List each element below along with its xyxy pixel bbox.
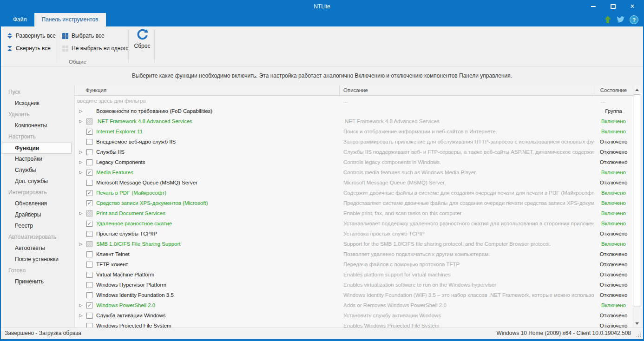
feature-checkbox[interactable]: [86, 251, 92, 257]
feature-row[interactable]: ▷ Windows PowerShell 2.0 Adds or Removes…: [75, 300, 633, 310]
collapse-all-button[interactable]: Свернуть все: [5, 43, 58, 54]
filter-row: ... ...: [75, 96, 633, 106]
feature-row[interactable]: ▷ .NET Framework 4.8 Advanced Services .…: [75, 116, 633, 126]
feature-row[interactable]: ▷ Средство записи XPS-документов (Micros…: [75, 198, 633, 208]
filter-state-cell[interactable]: ...: [594, 96, 633, 106]
maximize-button[interactable]: [603, 0, 623, 13]
column-header-function[interactable]: Функция: [75, 85, 340, 95]
reset-button[interactable]: Сброс: [132, 29, 152, 49]
feature-state: Отключено: [594, 290, 633, 300]
feature-checkbox[interactable]: [86, 272, 92, 278]
vertical-scrollbar[interactable]: [633, 85, 641, 328]
filter-input[interactable]: [75, 96, 340, 106]
feature-row[interactable]: ▷ Простые службы TCP/IP Установка просты…: [75, 229, 633, 239]
feature-checkbox[interactable]: [86, 129, 92, 135]
expand-arrow-icon[interactable]: ▷: [78, 242, 84, 246]
select-none-button[interactable]: Не выбрать ни одного: [60, 43, 131, 54]
column-header-description[interactable]: Описание: [340, 85, 594, 95]
feature-name: Удаленное разностное сжатие: [96, 221, 172, 226]
feature-checkbox[interactable]: [86, 241, 92, 247]
feature-row[interactable]: ▷ TFTP-клиент Передача файлов с помощью …: [75, 259, 633, 269]
feature-checkbox[interactable]: [86, 302, 92, 308]
feature-checkbox[interactable]: [86, 200, 92, 206]
update-icon[interactable]: [605, 16, 611, 24]
feature-row[interactable]: ▷ Службы IIS Службы IIS поддерживают веб…: [75, 147, 633, 157]
scroll-up-button[interactable]: [633, 86, 641, 94]
expand-arrow-icon[interactable]: ▷: [78, 303, 84, 308]
feature-checkbox[interactable]: [86, 170, 92, 176]
column-header-state[interactable]: Состояние: [594, 85, 633, 95]
sidebar-item[interactable]: После установки: [1, 254, 74, 265]
feature-row[interactable]: ▷ SMB 1.0/CIFS File Sharing Support Supp…: [75, 239, 633, 249]
sidebar-item[interactable]: Обновления: [1, 198, 74, 210]
feature-row[interactable]: ▷ Служба активации Windows Установить сл…: [75, 310, 633, 321]
resize-grip[interactable]: [636, 333, 641, 337]
feature-row[interactable]: ▷ Удаленное разностное сжатие Устанавлив…: [75, 218, 633, 229]
feature-checkbox[interactable]: [86, 118, 92, 125]
sidebar-item[interactable]: Службы: [1, 165, 74, 176]
feature-row[interactable]: ▷ Virtual Machine Platform Enables platf…: [75, 269, 633, 280]
feature-row[interactable]: ▷ Internet Explorer 11 Поиск и отображен…: [75, 126, 633, 137]
feature-checkbox[interactable]: [86, 323, 92, 328]
sidebar-nav: ПускИсходникУдалитьКомпонентыНастроитьФу…: [1, 85, 74, 328]
feature-row[interactable]: ▷ Внедряемое веб-ядро служб IIS Запрогра…: [75, 137, 633, 147]
feature-checkbox[interactable]: [86, 159, 92, 165]
feature-row[interactable]: ▷ Клиент Telnet Позволяет удаленно подкл…: [75, 249, 633, 259]
feature-name: Print and Document Services: [96, 210, 165, 216]
sidebar-item[interactable]: Исходник: [1, 98, 74, 109]
feature-checkbox[interactable]: [86, 313, 92, 319]
feature-checkbox[interactable]: [86, 282, 92, 288]
expand-arrow-icon[interactable]: ▷: [78, 170, 84, 175]
feature-checkbox[interactable]: [86, 190, 92, 196]
feature-checkbox[interactable]: [86, 210, 92, 216]
expand-arrow-icon[interactable]: ▷: [78, 211, 84, 216]
sidebar-item[interactable]: Реестр: [1, 221, 74, 232]
sidebar-item[interactable]: Настройки: [1, 154, 74, 165]
feature-row[interactable]: ▷ Print and Document Services Enable pri…: [75, 208, 633, 218]
help-icon[interactable]: ?: [630, 15, 638, 24]
close-button[interactable]: ×: [623, 0, 642, 13]
sidebar-item[interactable]: Компоненты: [1, 120, 74, 131]
sidebar-item[interactable]: Драйверы: [1, 210, 74, 221]
feature-checkbox[interactable]: [86, 180, 92, 186]
scrollbar-thumb[interactable]: [634, 94, 640, 307]
expand-arrow-icon[interactable]: ▷: [78, 109, 84, 113]
feature-name: Media Features: [96, 170, 133, 175]
expand-arrow-icon[interactable]: ▷: [78, 119, 84, 124]
feature-checkbox[interactable]: [86, 262, 92, 268]
feature-description: Службы IIS поддерживают веб- и FTP-серве…: [340, 147, 594, 157]
feature-row[interactable]: ▷ Legacy Components Controls legacy comp…: [75, 157, 633, 167]
feature-row[interactable]: ▷ Media Features Controls media features…: [75, 167, 633, 177]
feature-checkbox[interactable]: [86, 221, 92, 227]
tab-file[interactable]: Файл: [6, 13, 34, 26]
feature-cell: ▷ Простые службы TCP/IP: [75, 229, 340, 239]
minimize-button[interactable]: [584, 0, 603, 13]
expand-arrow-icon[interactable]: ▷: [78, 150, 84, 154]
feature-checkbox[interactable]: [86, 292, 92, 298]
sidebar-item[interactable]: Функции: [2, 143, 72, 154]
feature-row[interactable]: ▷ Печать в PDF (Майкрософт) Содержит дво…: [75, 188, 633, 198]
feature-checkbox[interactable]: [86, 231, 92, 237]
feature-row[interactable]: ▷ Windows Projected File System Enables …: [75, 321, 633, 328]
feature-state: Включено: [594, 188, 633, 198]
feature-row[interactable]: ▷ Microsoft Message Queue (MSMQ) Server …: [75, 177, 633, 188]
scroll-down-icon: [635, 322, 639, 325]
twitter-icon[interactable]: [616, 16, 624, 23]
feature-checkbox[interactable]: [86, 149, 92, 155]
feature-row[interactable]: ▷ Windows Hypervisor Platform Enables vi…: [75, 280, 633, 290]
sidebar-item[interactable]: Доп. службы: [1, 176, 74, 187]
expand-arrow-icon[interactable]: ▷: [78, 160, 84, 164]
sidebar-item[interactable]: Применить: [1, 276, 74, 288]
feature-row[interactable]: ▷ Windows Identity Foundation 3.5 Window…: [75, 290, 633, 300]
sidebar-item[interactable]: Автоответы: [1, 243, 74, 254]
filter-description-cell[interactable]: ...: [340, 96, 594, 106]
select-all-button[interactable]: Выбрать все: [60, 30, 131, 41]
tab-toolbar[interactable]: Панель инструментов: [34, 13, 106, 26]
maximize-icon: [611, 4, 616, 9]
titlebar[interactable]: NTLite ×: [1, 0, 643, 13]
feature-checkbox[interactable]: [86, 139, 92, 145]
expand-arrow-icon[interactable]: ▷: [78, 313, 84, 318]
scroll-down-button[interactable]: [633, 320, 641, 328]
feature-row[interactable]: ▷ Возможности по требованию (FoD Capabil…: [75, 106, 633, 116]
expand-all-button[interactable]: Развернуть все: [5, 30, 58, 41]
